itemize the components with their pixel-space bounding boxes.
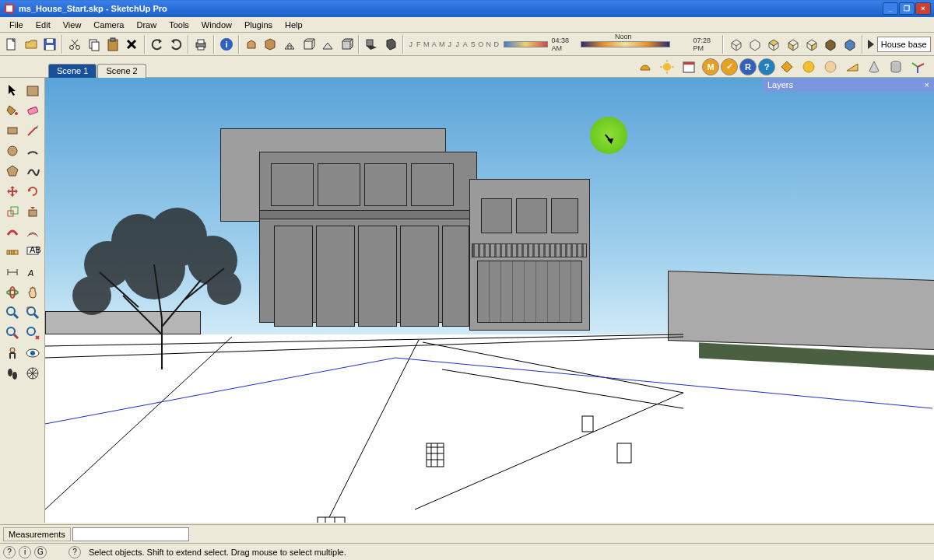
cone-icon[interactable] — [864, 57, 884, 77]
shadow-toggle-icon[interactable] — [363, 34, 380, 54]
followme-tool[interactable] — [3, 222, 22, 241]
shadow-time-slider[interactable] — [581, 41, 670, 47]
layers-panel-titlebar[interactable]: Layers × — [763, 78, 934, 92]
maximize-button[interactable]: ❐ — [899, 2, 915, 15]
arc-tool[interactable] — [23, 142, 42, 160]
axes-icon[interactable] — [908, 57, 928, 77]
paste-icon[interactable] — [104, 34, 121, 54]
scale-tool[interactable] — [3, 202, 22, 221]
scene-tab-1[interactable]: Scene 1 — [48, 64, 97, 78]
new-icon[interactable] — [3, 34, 20, 54]
dimension-tool[interactable] — [3, 263, 22, 282]
undo-icon[interactable] — [149, 34, 166, 54]
sphere-yellow-icon[interactable] — [799, 57, 819, 77]
help-button[interactable]: ? — [758, 58, 775, 75]
layer-dropdown[interactable]: House base — [877, 37, 931, 52]
make-component-icon[interactable] — [243, 34, 260, 54]
menu-view[interactable]: View — [57, 19, 88, 31]
m-button[interactable]: M — [702, 58, 719, 75]
delete-icon[interactable] — [123, 34, 140, 54]
freehand-tool[interactable] — [23, 162, 42, 180]
orbit-tool[interactable] — [3, 283, 22, 302]
redo-icon[interactable] — [167, 34, 184, 54]
iso-view-6-icon[interactable] — [822, 34, 839, 54]
dome-icon[interactable] — [635, 57, 655, 77]
iso-view-5-icon[interactable] — [803, 34, 820, 54]
move-tool[interactable] — [3, 182, 22, 201]
status-icon-1[interactable]: ? — [3, 546, 16, 558]
zoom-tool[interactable] — [3, 303, 22, 322]
viewport[interactable]: Layers × — [45, 78, 934, 523]
select-tool[interactable] — [3, 81, 22, 100]
position-camera-tool[interactable] — [3, 344, 22, 362]
check-button[interactable]: ✓ — [721, 58, 738, 75]
walk-tool[interactable] — [3, 364, 22, 383]
open-icon[interactable] — [22, 34, 39, 54]
shadow-date-slider[interactable] — [504, 41, 549, 47]
zoom-extents-tool[interactable] — [23, 303, 42, 322]
svg-point-76 — [72, 276, 111, 315]
svg-rect-5 — [46, 45, 54, 50]
pushpull-tool[interactable] — [23, 202, 42, 221]
style-1-icon[interactable] — [281, 34, 298, 54]
rectangle-tool[interactable] — [3, 121, 22, 140]
close-button[interactable]: × — [915, 2, 931, 15]
menu-help[interactable]: Help — [279, 19, 309, 31]
zoom-window-tool[interactable] — [3, 324, 22, 342]
text-tool[interactable]: ABC — [23, 243, 42, 261]
pan-tool[interactable] — [23, 283, 42, 302]
model-info-icon[interactable]: i — [218, 34, 235, 54]
style-4-icon[interactable] — [338, 34, 355, 54]
diamond-icon[interactable] — [777, 57, 797, 77]
r-button[interactable]: R — [739, 58, 757, 75]
paint-bucket-tool[interactable] — [3, 101, 22, 120]
cut-icon[interactable] — [66, 34, 83, 54]
iso-view-3-icon[interactable] — [765, 34, 782, 54]
iso-view-7-icon[interactable] — [841, 34, 859, 54]
look-around-tool[interactable] — [23, 344, 42, 362]
make-group-icon[interactable] — [262, 34, 279, 54]
menu-tools[interactable]: Tools — [163, 19, 195, 31]
protractor-tool[interactable]: A — [23, 263, 42, 282]
previous-view-tool[interactable] — [23, 324, 42, 342]
layers-panel-close[interactable]: × — [925, 80, 929, 89]
eraser-tool[interactable] — [23, 101, 42, 120]
copy-icon[interactable] — [85, 34, 102, 54]
tape-tool[interactable] — [3, 243, 22, 261]
save-icon[interactable] — [41, 34, 58, 54]
svg-rect-41 — [29, 210, 37, 216]
status-icon-3[interactable]: G — [34, 546, 47, 558]
rotate-tool[interactable] — [23, 182, 42, 201]
menu-edit[interactable]: Edit — [30, 19, 57, 31]
shadow-month-scale[interactable]: JFMAMJJASOND — [407, 40, 500, 48]
measurements-input[interactable] — [72, 527, 189, 541]
scene-tab-2[interactable]: Scene 2 — [97, 64, 146, 78]
menu-window[interactable]: Window — [195, 19, 238, 31]
line-tool[interactable] — [23, 121, 42, 140]
status-icon-2[interactable]: i — [19, 546, 31, 558]
iso-view-1-icon[interactable] — [727, 34, 744, 54]
style-3-icon[interactable] — [318, 34, 335, 54]
sphere-peach-icon[interactable] — [820, 57, 841, 77]
menu-draw[interactable]: Draw — [130, 19, 163, 31]
svg-point-52 — [7, 290, 18, 295]
sun-icon[interactable] — [657, 57, 677, 77]
calendar-icon[interactable] — [679, 57, 699, 77]
cylinder-icon[interactable] — [886, 57, 906, 77]
status-help-icon[interactable]: ? — [68, 546, 81, 558]
menu-file[interactable]: File — [3, 19, 30, 31]
print-icon[interactable] — [192, 34, 209, 54]
iso-view-4-icon[interactable] — [784, 34, 801, 54]
menu-camera[interactable]: Camera — [87, 19, 130, 31]
circle-tool[interactable] — [3, 142, 22, 160]
shadow-settings-icon[interactable] — [381, 34, 399, 54]
offset-tool[interactable] — [23, 222, 42, 241]
iso-view-2-icon[interactable] — [746, 34, 764, 54]
section-plane-tool[interactable] — [23, 364, 42, 383]
polygon-tool[interactable] — [3, 162, 22, 180]
menu-plugins[interactable]: Plugins — [238, 19, 279, 31]
minimize-button[interactable]: _ — [883, 2, 898, 15]
style-2-icon[interactable] — [300, 34, 317, 54]
wedge-icon[interactable] — [842, 57, 862, 77]
component-tool[interactable] — [23, 81, 42, 100]
